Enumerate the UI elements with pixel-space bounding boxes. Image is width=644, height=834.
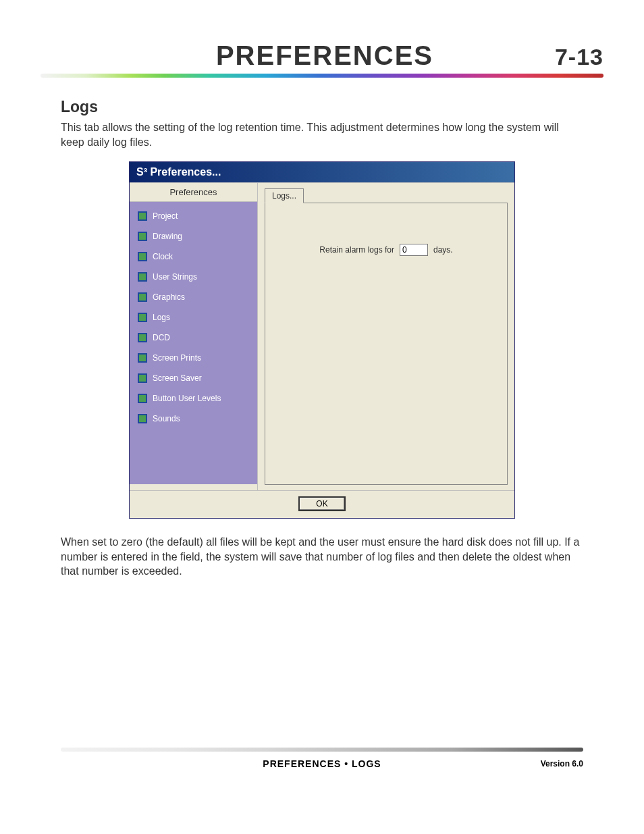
section-heading: Logs [61, 98, 583, 116]
sidebar-item-logs[interactable]: Logs [130, 307, 257, 328]
footer-rule [61, 748, 583, 752]
sidebar-item-label: Project [153, 211, 178, 221]
footer-center-text: PREFERENCES • LOGS [263, 758, 381, 769]
sidebar-item-clock[interactable]: Clock [130, 246, 257, 267]
sidebar-item-label: Drawing [153, 232, 182, 241]
sidebar-header: Preferences [130, 183, 257, 202]
sidebar-item-screen-prints[interactable]: Screen Prints [130, 348, 257, 368]
sidebar: Preferences Project Drawing Clock [130, 183, 258, 490]
sidebar-item-label: User Strings [153, 272, 197, 282]
square-icon [138, 394, 147, 403]
sidebar-item-label: Screen Saver [153, 373, 202, 383]
preferences-dialog: S³ Preferences... Preferences Project Dr… [129, 161, 515, 519]
sidebar-list: Project Drawing Clock User Strings [130, 202, 257, 484]
square-icon [138, 313, 147, 322]
content-pane: Logs... Retain alarm logs for days. [258, 183, 514, 490]
footer-version: Version 6.0 [541, 759, 583, 768]
retain-logs-row: Retain alarm logs for days. [286, 244, 487, 256]
retain-days-input[interactable] [400, 244, 428, 256]
sidebar-item-label: Button User Levels [153, 394, 221, 403]
field-prefix-label: Retain alarm logs for [319, 245, 394, 255]
sidebar-item-label: Logs [153, 313, 170, 322]
square-icon [138, 232, 147, 241]
page-title: PREFERENCES [216, 41, 433, 71]
sidebar-item-label: DCD [153, 333, 170, 342]
sidebar-item-screen-saver[interactable]: Screen Saver [130, 368, 257, 388]
sidebar-item-dcd[interactable]: DCD [130, 328, 257, 348]
sidebar-item-label: Clock [153, 252, 173, 261]
page-number: 7-13 [555, 44, 603, 70]
after-paragraph: When set to zero (the default) all files… [61, 535, 583, 579]
dialog-titlebar: S³ Preferences... [130, 162, 514, 182]
sidebar-item-label: Screen Prints [153, 353, 201, 363]
square-icon [138, 272, 147, 282]
square-icon [138, 252, 147, 261]
dialog-footer: OK [130, 491, 514, 518]
page-footer: PREFERENCES • LOGS Version 6.0 [61, 758, 583, 769]
ok-button[interactable]: OK [298, 496, 346, 511]
square-icon [138, 373, 147, 383]
intro-paragraph: This tab allows the setting of the log r… [61, 120, 583, 149]
sidebar-item-project[interactable]: Project [130, 206, 257, 226]
field-suffix-label: days. [433, 245, 453, 255]
square-icon [138, 292, 147, 302]
sidebar-item-graphics[interactable]: Graphics [130, 287, 257, 307]
square-icon [138, 414, 147, 423]
page-header: PREFERENCES 7-13 [41, 41, 603, 71]
square-icon [138, 353, 147, 363]
square-icon [138, 333, 147, 342]
sidebar-item-drawing[interactable]: Drawing [130, 226, 257, 246]
tab-logs[interactable]: Logs... [265, 188, 304, 203]
sidebar-item-sounds[interactable]: Sounds [130, 409, 257, 429]
sidebar-item-button-user-levels[interactable]: Button User Levels [130, 388, 257, 409]
header-rule [41, 74, 603, 78]
pane-body: Retain alarm logs for days. [265, 203, 508, 485]
square-icon [138, 211, 147, 221]
sidebar-item-label: Graphics [153, 292, 185, 302]
sidebar-item-label: Sounds [153, 414, 180, 423]
sidebar-item-user-strings[interactable]: User Strings [130, 267, 257, 287]
dialog-body: Preferences Project Drawing Clock [130, 182, 514, 491]
